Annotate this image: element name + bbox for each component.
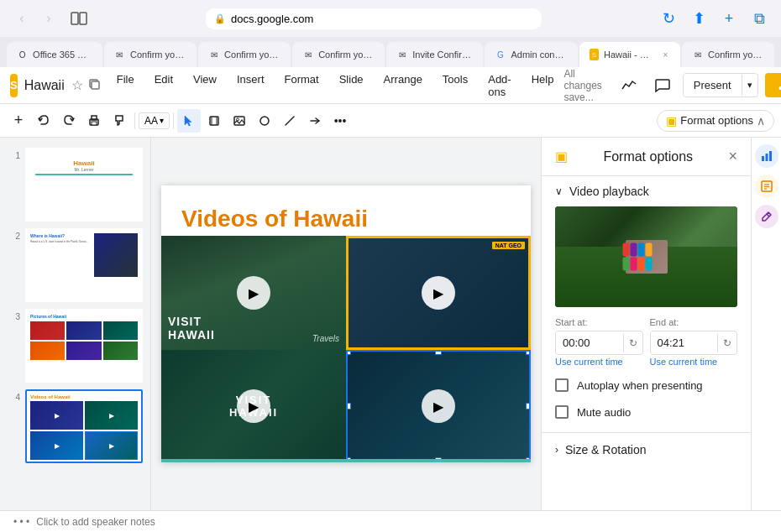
tab-confirm2[interactable]: ✉ Confirm your...: [198, 42, 291, 67]
tab-admin-console[interactable]: G Admin console: [485, 42, 578, 67]
reload-button[interactable]: ↻: [657, 7, 680, 30]
menu-file[interactable]: File: [113, 71, 138, 100]
menu-edit[interactable]: Edit: [151, 71, 176, 100]
video-cell-3[interactable]: VISIT HAWAII ▶: [161, 350, 346, 462]
canvas-area[interactable]: Videos of Hawaii VISIT HAWAII Travels ▶: [151, 138, 541, 510]
slide-canvas: Videos of Hawaii VISIT HAWAII Travels ▶: [161, 185, 531, 462]
video-playback-header[interactable]: ∨ Video playback: [542, 176, 751, 206]
menu-insert[interactable]: Insert: [233, 71, 268, 100]
autoplay-checkbox[interactable]: [555, 378, 569, 392]
arrow-tool-button[interactable]: [303, 109, 327, 133]
video-play-2[interactable]: ▶: [422, 276, 455, 310]
analytics-button[interactable]: [616, 72, 642, 99]
star-button[interactable]: ☆: [71, 77, 83, 93]
undo-button[interactable]: [32, 109, 55, 133]
share-button[interactable]: Share: [765, 73, 781, 97]
tabs-overview-button[interactable]: ⧉: [747, 7, 771, 30]
new-tab-button[interactable]: +: [717, 7, 741, 30]
present-main-button[interactable]: Present: [684, 74, 742, 96]
tab-favicon: ✉: [302, 49, 313, 60]
video-cell-2[interactable]: ▶ NAT GEO: [346, 236, 531, 350]
svg-rect-0: [71, 13, 78, 24]
menu-help[interactable]: Help: [528, 71, 558, 100]
size-rotation-section[interactable]: › Size & Rotation: [542, 432, 751, 467]
shape-tool-button[interactable]: [253, 109, 276, 133]
comments-button[interactable]: [649, 72, 676, 99]
zoom-control[interactable]: AA ▾: [139, 112, 170, 129]
add-button[interactable]: +: [7, 109, 30, 133]
menu-addons[interactable]: Add-ons: [485, 71, 514, 100]
slide-number-2: 2: [7, 232, 20, 241]
resize-handle-mr[interactable]: [526, 403, 531, 409]
tab-close-icon[interactable]: ×: [661, 49, 670, 60]
slide-item-4[interactable]: 4 Videos of Hawaii ▶ ▶ ▶: [0, 386, 150, 467]
end-time-input[interactable]: [651, 331, 718, 354]
more-options-button[interactable]: •••: [328, 109, 352, 133]
start-time-input[interactable]: [556, 331, 623, 354]
video-play-4[interactable]: ▶: [422, 389, 455, 423]
print-button[interactable]: [82, 109, 106, 133]
autoplay-row[interactable]: Autoplay when presenting: [542, 372, 751, 399]
present-button[interactable]: Present ▾: [683, 73, 758, 97]
slide-item-1[interactable]: 1 Hawaii Mr. Lerner: [0, 144, 150, 225]
redo-button[interactable]: [57, 109, 81, 133]
mute-checkbox[interactable]: [555, 405, 569, 419]
thumb3-img2: [66, 321, 101, 340]
browser-actions: ↻ ⬆ + ⧉: [657, 7, 771, 30]
use-current-start-link[interactable]: Use current time: [555, 355, 643, 368]
back-button[interactable]: ‹: [10, 7, 34, 30]
slide-thumb-2[interactable]: Where is Hawaii? Hawaii is a U.S. state …: [25, 228, 143, 302]
format-options-icon: ▣: [666, 114, 677, 128]
end-time-refresh-button[interactable]: ↻: [717, 334, 736, 352]
speaker-notes-placeholder[interactable]: Click to add speaker notes: [36, 516, 155, 528]
side-icon-analytics[interactable]: [755, 144, 778, 168]
menu-format[interactable]: Format: [281, 71, 322, 100]
tab-confirm4[interactable]: ✉ Confirm your...: [682, 42, 774, 67]
slide-item-3[interactable]: 3 Pictures of Hawaii: [0, 305, 150, 386]
format-paint-button[interactable]: [107, 109, 131, 133]
start-time-refresh-button[interactable]: ↻: [623, 334, 642, 352]
format-options-collapse-button[interactable]: ∧: [757, 114, 765, 128]
resize-handle-ml[interactable]: [346, 403, 351, 409]
select-tool-button[interactable]: [177, 109, 201, 133]
thumb4-vid4: ▶: [85, 431, 138, 460]
tab-office365[interactable]: O Office 365 Ed...: [7, 42, 102, 67]
side-icon-notes[interactable]: [755, 175, 778, 198]
video-cell-4[interactable]: ▶: [346, 350, 531, 462]
text-tool-button[interactable]: [202, 109, 226, 133]
app-header: S Hawaii ☆ File Edit View Insert Format …: [0, 67, 781, 104]
line-tool-button[interactable]: [278, 109, 301, 133]
reader-mode-button[interactable]: [67, 7, 91, 30]
tab-hawaii[interactable]: S Hawaii - Goog... ×: [579, 42, 680, 67]
tab-favicon: ✉: [692, 49, 703, 60]
format-panel-title: Format options: [603, 149, 693, 164]
video-play-3[interactable]: ▶: [237, 389, 270, 423]
format-options-pill[interactable]: ▣ Format options ∧: [657, 110, 774, 132]
tab-confirm3[interactable]: ✉ Confirm your...: [292, 42, 385, 67]
address-bar[interactable]: 🔒 docs.google.com: [206, 8, 542, 29]
menu-tools[interactable]: Tools: [439, 71, 471, 100]
present-dropdown-button[interactable]: ▾: [742, 75, 757, 96]
image-tool-button[interactable]: [228, 109, 251, 133]
side-icon-edit[interactable]: [755, 205, 778, 228]
resize-handle-tr[interactable]: [526, 350, 531, 355]
share-page-button[interactable]: ⬆: [687, 7, 710, 30]
slide-thumb-3[interactable]: Pictures of Hawaii: [25, 309, 143, 383]
tab-confirm1[interactable]: ✉ Confirm your...: [104, 42, 197, 67]
resize-handle-tl[interactable]: [346, 350, 351, 355]
slide-thumb-4[interactable]: Videos of Hawaii ▶ ▶ ▶ ▶: [25, 389, 143, 463]
menu-arrange[interactable]: Arrange: [380, 71, 426, 100]
use-current-end-link[interactable]: Use current time: [650, 355, 738, 368]
slide-item-2[interactable]: 2 Where is Hawaii? Hawaii is a U.S. stat…: [0, 225, 150, 305]
format-panel-close-button[interactable]: ×: [728, 148, 737, 165]
copy-button[interactable]: [88, 78, 100, 92]
menu-view[interactable]: View: [190, 71, 220, 100]
resize-handle-tc[interactable]: [435, 350, 442, 355]
video-play-1[interactable]: ▶: [237, 276, 270, 310]
forward-button[interactable]: ›: [37, 7, 60, 30]
tab-invite-confirm[interactable]: ✉ Invite Confirm...: [386, 42, 483, 67]
menu-slide[interactable]: Slide: [336, 71, 367, 100]
slide-thumb-1[interactable]: Hawaii Mr. Lerner: [25, 148, 143, 222]
mute-row[interactable]: Mute audio: [542, 399, 751, 425]
video-cell-1[interactable]: VISIT HAWAII Travels ▶: [161, 236, 346, 350]
